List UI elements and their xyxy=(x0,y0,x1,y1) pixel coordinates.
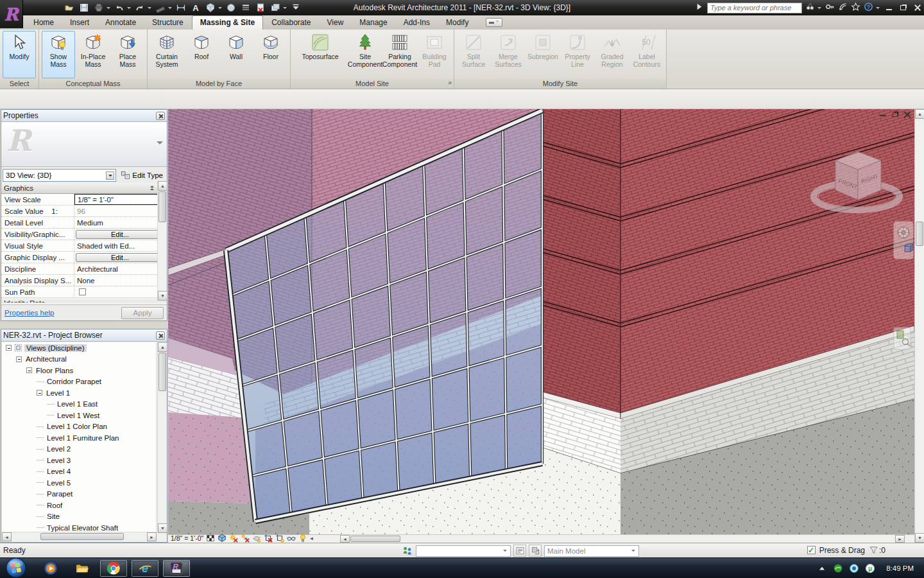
selection-filter[interactable]: :0 xyxy=(869,545,886,555)
canvas-vscrollbar[interactable]: ▲ ▼ xyxy=(914,109,924,543)
dropdown-arrow-icon[interactable] xyxy=(148,7,151,11)
redo-icon[interactable] xyxy=(133,1,146,14)
tab-insert[interactable]: Insert xyxy=(62,16,97,30)
print-icon[interactable] xyxy=(92,1,105,14)
worksets-icon[interactable] xyxy=(402,545,413,557)
start-button[interactable] xyxy=(5,557,27,578)
tree-item-label[interactable]: Site xyxy=(45,512,62,520)
collapse-chevron-icon[interactable] xyxy=(150,185,154,190)
scroll-right-icon[interactable]: ► xyxy=(147,532,157,541)
type-selector-arrow-icon[interactable] xyxy=(106,171,114,180)
tab-add-ins[interactable]: Add-Ins xyxy=(396,16,438,30)
collapse-icon[interactable] xyxy=(6,345,12,351)
customize-icon[interactable] xyxy=(289,1,302,14)
tree-item-views-discipline[interactable]: Views (Discipline) xyxy=(2,342,156,354)
collapse-icon[interactable] xyxy=(37,390,42,396)
tree-item-label[interactable]: Level 1 xyxy=(44,389,72,397)
picpick-icon[interactable] xyxy=(849,563,859,574)
property-value[interactable]: Shaded with Ed... xyxy=(74,240,167,251)
scroll-down-icon[interactable]: ▼ xyxy=(158,291,167,301)
tree-item-floor-plans[interactable]: Floor Plans xyxy=(2,365,156,376)
tree-item-label[interactable]: Views (Discipline) xyxy=(24,344,87,352)
scroll-left-icon[interactable]: ◄ xyxy=(340,535,350,543)
tree-item-label[interactable]: Corridor Parapet xyxy=(45,378,103,385)
tree-item-roof[interactable]: Roof xyxy=(2,500,156,511)
visibility-graphic-edit-button[interactable]: Edit... xyxy=(76,230,164,239)
worksets-dropdown[interactable] xyxy=(416,545,511,557)
tab-annotate[interactable]: Annotate xyxy=(98,16,144,30)
scroll-thumb[interactable] xyxy=(916,222,923,246)
switch-windows-icon[interactable] xyxy=(269,1,282,14)
help-icon[interactable]: ? xyxy=(864,2,873,14)
floor-button[interactable]: Floor xyxy=(254,31,287,78)
restore-button[interactable] xyxy=(898,3,909,13)
tree-item-parapet[interactable]: Parapet xyxy=(2,489,156,500)
tree-item-label[interactable]: Parapet xyxy=(45,490,74,498)
properties-help-link[interactable]: Properties help xyxy=(4,309,121,317)
scale-control[interactable]: 1/8" = 1'-0" xyxy=(171,534,203,542)
open-icon[interactable] xyxy=(63,1,76,14)
press-drag-checkbox[interactable]: ✓ xyxy=(807,546,816,554)
place-mass-button[interactable]: Place Mass xyxy=(111,31,144,78)
search-icon[interactable] xyxy=(805,2,815,14)
favorites-star-icon[interactable] xyxy=(851,2,860,14)
site-component-button[interactable]: Site Component xyxy=(348,31,382,78)
preview-dropdown-icon[interactable] xyxy=(157,141,163,148)
tab-view[interactable]: View xyxy=(320,16,352,30)
scroll-down-icon[interactable]: ▼ xyxy=(158,523,167,533)
edit-type-button[interactable]: Edit Type xyxy=(118,169,166,182)
tab-massing-site[interactable]: Massing & Site xyxy=(192,15,263,30)
browser-vscrollbar[interactable]: ▲ ▼ xyxy=(157,342,167,533)
tree-item-label[interactable]: Level 5 xyxy=(45,479,73,487)
project-browser-close-icon[interactable] xyxy=(156,331,165,340)
project-browser-title-bar[interactable]: NER-32.rvt - Project Browser xyxy=(1,329,167,342)
tree-item-level-1-east[interactable]: Level 1 East xyxy=(2,399,156,410)
close-button[interactable] xyxy=(912,3,923,13)
dropdown-arrow-icon[interactable] xyxy=(218,7,222,11)
search-input[interactable] xyxy=(707,3,802,13)
tab-home[interactable]: Home xyxy=(26,16,62,30)
ribbon-minimize-icon[interactable] xyxy=(486,18,502,27)
scroll-thumb[interactable] xyxy=(158,191,166,222)
tree-item-level-4[interactable]: Level 4 xyxy=(2,466,156,478)
visual-style-icon[interactable] xyxy=(218,534,227,543)
tree-item-label[interactable]: Floor Plans xyxy=(34,367,75,374)
crop-show-icon[interactable] xyxy=(275,534,284,543)
design-options-dropdown[interactable]: Main Model xyxy=(544,545,639,557)
curtain-system-button[interactable]: Curtain System xyxy=(150,31,184,78)
scroll-up-icon[interactable]: ▲ xyxy=(158,181,167,191)
dropdown-arrow-icon[interactable] xyxy=(168,7,172,11)
scroll-thumb[interactable] xyxy=(40,533,124,540)
taskbar-clock[interactable]: 8:49 PM xyxy=(886,565,914,572)
show-mass-button[interactable]: Show Mass xyxy=(42,31,75,78)
tab-collaborate[interactable]: Collaborate xyxy=(264,16,318,30)
search-go-icon[interactable] xyxy=(694,2,704,14)
render-icon[interactable] xyxy=(225,1,237,14)
scroll-left-icon[interactable]: ◄ xyxy=(2,532,12,541)
utorrent-icon[interactable]: µ xyxy=(865,563,875,574)
property-value[interactable]: 96 xyxy=(74,206,167,216)
tree-item-label[interactable]: Level 1 Furniture Plan xyxy=(45,434,121,442)
toposurface-button[interactable]: Toposurface xyxy=(293,31,347,78)
sun-path-checkbox[interactable] xyxy=(79,288,86,295)
properties-scrollbar[interactable]: ▲ ▼ xyxy=(157,181,167,301)
tab-structure[interactable]: Structure xyxy=(144,16,191,30)
hide-isolate-icon[interactable] xyxy=(287,534,296,543)
wall-button[interactable]: Wall xyxy=(219,31,253,78)
scroll-right-icon[interactable]: ► xyxy=(895,535,905,543)
view-minimize-icon[interactable] xyxy=(878,110,887,119)
zoom-icon[interactable] xyxy=(905,244,913,252)
editable-only-icon[interactable] xyxy=(513,545,526,557)
tree-item-level-3[interactable]: Level 3 xyxy=(2,455,156,466)
taskbar-ie-button[interactable]: e xyxy=(132,560,158,577)
parking-component-button[interactable]: Parking Component xyxy=(383,31,416,78)
text-icon[interactable]: A xyxy=(189,1,202,14)
close-hidden-icon[interactable] xyxy=(254,1,267,14)
in-place-mass-button[interactable]: In-Place Mass xyxy=(76,31,110,78)
tree-item-level-1[interactable]: Level 1 xyxy=(2,387,156,399)
shadows-off-icon[interactable] xyxy=(241,534,250,543)
tree-item-label[interactable]: Roof xyxy=(45,502,64,509)
thinlines-icon[interactable] xyxy=(239,1,252,14)
property-value[interactable]: Medium xyxy=(74,217,167,228)
tree-item-level-1-furniture-plan[interactable]: Level 1 Furniture Plan xyxy=(2,432,156,444)
